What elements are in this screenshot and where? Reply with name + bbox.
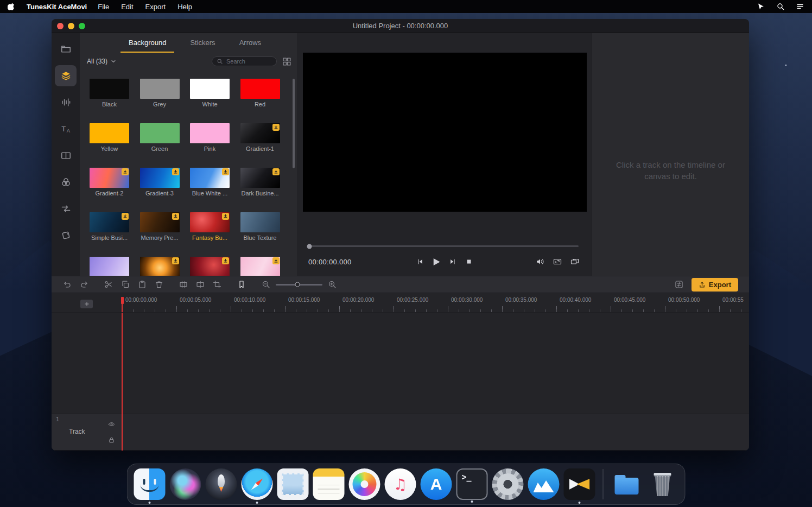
spotlight-search-icon[interactable]	[776, 2, 785, 11]
background-item-dark-busine[interactable]: Dark Busine...	[240, 168, 280, 212]
sidebar-item-text[interactable]: TA	[55, 118, 77, 140]
next-frame-button[interactable]	[447, 256, 458, 267]
fullscreen-button[interactable]	[569, 256, 580, 267]
dock-item-finder[interactable]	[134, 468, 166, 500]
copy-button[interactable]	[120, 280, 130, 289]
dock-item-downloads[interactable]	[611, 468, 643, 500]
background-item-simple-busi[interactable]: Simple Busi...	[90, 212, 129, 257]
add-track-button[interactable]	[80, 300, 93, 308]
thumbnail[interactable]	[190, 79, 230, 99]
thumbnail[interactable]	[90, 79, 129, 99]
paste-button[interactable]	[137, 280, 147, 289]
download-badge-icon[interactable]	[172, 168, 179, 175]
menubar-app-name[interactable]: TunesKit AceMovi	[27, 3, 87, 11]
marker-button[interactable]	[237, 280, 246, 289]
background-item-fantasy-bu[interactable]: Fantasy Bu...	[190, 212, 230, 257]
dock-item-app-store[interactable]	[421, 468, 452, 500]
thumbnail[interactable]	[240, 257, 280, 276]
dock-item-siri[interactable]	[170, 468, 201, 500]
crop-button[interactable]	[212, 280, 222, 289]
stop-button[interactable]	[464, 256, 474, 267]
undo-button[interactable]	[62, 280, 72, 289]
dock-item-monitor-app[interactable]	[528, 468, 560, 500]
video-canvas[interactable]	[303, 53, 587, 212]
scrub-handle[interactable]	[307, 244, 312, 249]
playhead[interactable]	[122, 297, 123, 451]
volume-button[interactable]	[535, 256, 545, 267]
thumbnail[interactable]	[90, 168, 129, 188]
zoom-out-button[interactable]	[261, 280, 271, 289]
background-item-orange-burst[interactable]	[140, 257, 180, 276]
tab-background[interactable]: Background	[120, 33, 174, 53]
thumbnail[interactable]	[90, 212, 129, 232]
background-item-blue-texture[interactable]: Blue Texture	[240, 212, 280, 257]
dock-item-safari[interactable]	[242, 468, 273, 500]
export-button[interactable]: Export	[692, 278, 738, 291]
scissors-button[interactable]	[104, 280, 113, 289]
zoom-window-button[interactable]	[79, 23, 85, 29]
background-item-purple-crystal[interactable]	[90, 257, 129, 276]
thumbnail[interactable]	[140, 79, 180, 99]
background-item-grey[interactable]: Grey	[140, 79, 180, 123]
thumbnail[interactable]	[190, 168, 230, 188]
sidebar-item-split-screen[interactable]	[55, 145, 77, 166]
previous-frame-button[interactable]	[415, 256, 426, 267]
background-item-gradient-2[interactable]: Gradient-2	[90, 168, 129, 212]
background-item-yellow[interactable]: Yellow	[90, 123, 129, 168]
aspect-ratio-button[interactable]	[552, 256, 563, 267]
background-item-gradient-3[interactable]: Gradient-3	[140, 168, 180, 212]
download-badge-icon[interactable]	[272, 124, 280, 131]
background-item-gradient-1[interactable]: Gradient-1	[240, 123, 280, 168]
play-button[interactable]	[431, 256, 442, 267]
gr​id-view-icon[interactable]	[282, 57, 291, 66]
download-badge-icon[interactable]	[172, 213, 179, 220]
thumbnail[interactable]	[190, 123, 230, 143]
redo-button[interactable]	[79, 280, 89, 289]
tab-arrows[interactable]: Arrows	[231, 33, 269, 53]
background-item-red[interactable]: Red	[240, 79, 280, 123]
download-badge-icon[interactable]	[222, 168, 229, 175]
timeline-zoom-slider[interactable]	[276, 284, 322, 286]
media-scrollbar[interactable]	[293, 79, 295, 168]
sidebar-item-audio[interactable]	[55, 92, 77, 113]
thumbnail[interactable]	[240, 212, 280, 232]
zoom-slider-handle[interactable]	[295, 282, 300, 287]
download-badge-icon[interactable]	[122, 213, 129, 220]
dock-item-photos[interactable]	[349, 468, 380, 500]
track-visibility-button[interactable]	[107, 421, 116, 429]
split-button[interactable]	[195, 280, 205, 289]
trim-button[interactable]	[179, 280, 188, 289]
category-dropdown[interactable]: All (33)	[87, 58, 145, 65]
timeline-ruler[interactable]: 00:00:00.00000:00:05.00000:00:10.00000:0…	[122, 297, 749, 312]
thumbnail[interactable]	[140, 168, 180, 188]
download-badge-icon[interactable]	[222, 257, 229, 264]
dock-item-music[interactable]	[385, 468, 416, 500]
download-badge-icon[interactable]	[172, 257, 179, 264]
dock-item-acemovi[interactable]	[564, 468, 595, 500]
sidebar-item-transitions[interactable]	[55, 198, 77, 219]
sidebar-item-stickers[interactable]	[55, 225, 77, 246]
timeline-canvas[interactable]	[52, 313, 749, 414]
thumbnail[interactable]	[140, 123, 180, 143]
download-badge-icon[interactable]	[222, 213, 229, 220]
thumbnail[interactable]	[90, 123, 129, 143]
track-lane[interactable]	[122, 414, 749, 450]
background-item-memory-pre[interactable]: Memory Pre...	[140, 212, 180, 257]
download-badge-icon[interactable]	[272, 168, 280, 175]
sidebar-item-filters[interactable]	[55, 172, 77, 193]
search-input[interactable]	[225, 58, 272, 65]
sidebar-item-background[interactable]	[55, 65, 77, 86]
background-item-blue-white[interactable]: Blue White ...	[190, 168, 230, 212]
thumbnail[interactable]	[240, 123, 280, 143]
dock-item-system-preferences[interactable]	[492, 468, 524, 500]
dock-item-launchpad[interactable]	[206, 468, 237, 500]
dock-item-trash[interactable]	[647, 468, 678, 500]
background-item-white[interactable]: White	[190, 79, 230, 123]
menu-help[interactable]: Help	[177, 3, 192, 11]
background-item-pink[interactable]: Pink	[190, 123, 230, 168]
thumbnail[interactable]	[90, 257, 129, 276]
menu-file[interactable]: File	[98, 3, 109, 11]
menu-export[interactable]: Export	[145, 3, 166, 11]
delete-button[interactable]	[154, 280, 164, 289]
sidebar-item-media[interactable]	[55, 39, 77, 60]
